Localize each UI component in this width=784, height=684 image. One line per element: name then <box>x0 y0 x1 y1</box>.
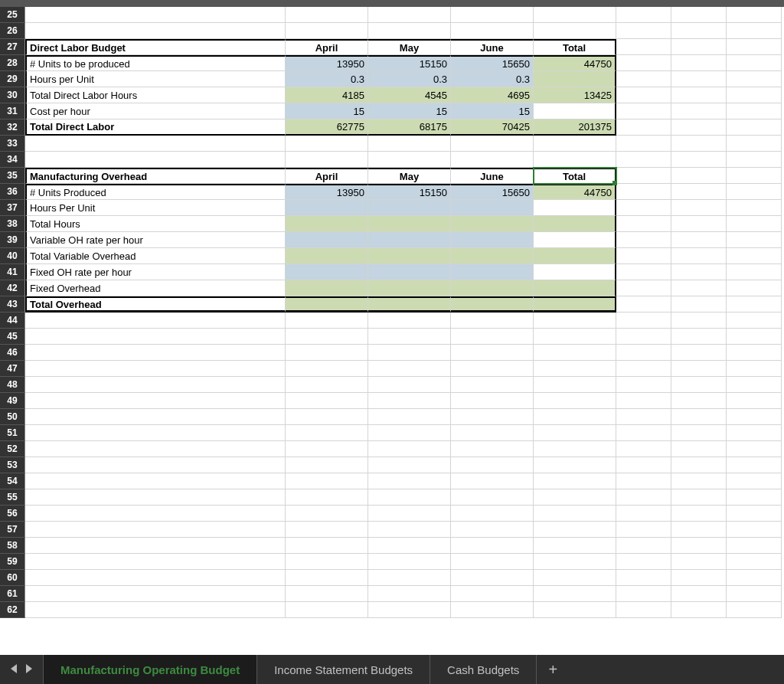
cell-46-2[interactable] <box>368 345 451 361</box>
moh-units-jun[interactable]: 15650 <box>451 184 534 200</box>
cell-29-x2[interactable] <box>727 71 782 87</box>
cell-44-3[interactable] <box>451 313 534 329</box>
cell-37-x1[interactable] <box>671 200 727 216</box>
cell-31-x2[interactable] <box>727 103 782 119</box>
row-header-52[interactable]: 52 <box>0 441 25 457</box>
moh-th-jun[interactable] <box>451 216 534 232</box>
cell-28-x2[interactable] <box>727 55 782 71</box>
cell-53-0[interactable] <box>25 457 286 473</box>
cell-52-5[interactable] <box>616 441 671 457</box>
cell-33-7[interactable] <box>727 136 782 152</box>
cell-62-6[interactable] <box>671 602 727 618</box>
dlb-hpu-total[interactable] <box>534 71 616 87</box>
cell-55-3[interactable] <box>451 489 534 506</box>
cell-36-x0[interactable] <box>616 184 671 200</box>
cell-50-5[interactable] <box>616 409 671 425</box>
moh-to-apr[interactable] <box>286 296 368 313</box>
cell-35-x0[interactable] <box>616 168 671 184</box>
row-header-27[interactable]: 27 <box>0 39 25 55</box>
cell-60-7[interactable] <box>727 570 782 586</box>
cell-50-1[interactable] <box>286 409 368 425</box>
cell-46-5[interactable] <box>616 345 671 361</box>
cell-62-5[interactable] <box>616 602 671 618</box>
moh-to-label[interactable]: Total Overhead <box>25 296 286 313</box>
cell-52-2[interactable] <box>368 441 451 457</box>
cell-48-0[interactable] <box>25 377 286 393</box>
col-april-2[interactable]: April <box>286 168 368 184</box>
cell-44-7[interactable] <box>727 313 782 329</box>
cell-51-7[interactable] <box>727 425 782 441</box>
cell-48-2[interactable] <box>368 377 451 393</box>
moh-fo-may[interactable] <box>368 280 451 296</box>
moh-fo-label[interactable]: Fixed Overhead <box>25 280 286 296</box>
dlb-tdl-may[interactable]: 68175 <box>368 119 451 136</box>
cell-54-1[interactable] <box>286 473 368 489</box>
cell-48-4[interactable] <box>534 377 616 393</box>
cell-33-3[interactable] <box>451 136 534 152</box>
cell-50-4[interactable] <box>534 409 616 425</box>
moh-foh-label[interactable]: Fixed OH rate per hour <box>25 264 286 280</box>
cell-45-2[interactable] <box>368 329 451 345</box>
cell-30-x0[interactable] <box>616 87 671 103</box>
dlb-hpu-jun[interactable]: 0.3 <box>451 71 534 87</box>
cell-42-x0[interactable] <box>616 280 671 296</box>
cell-26-3[interactable] <box>451 23 534 39</box>
cell-53-4[interactable] <box>534 457 616 473</box>
row-header-38[interactable]: 38 <box>0 216 25 232</box>
cell-34-3[interactable] <box>451 152 534 168</box>
cell-62-1[interactable] <box>286 602 368 618</box>
moh-th-total[interactable] <box>534 216 616 232</box>
cell-33-4[interactable] <box>534 136 616 152</box>
cell-40-x0[interactable] <box>616 248 671 264</box>
cell-58-4[interactable] <box>534 538 616 554</box>
moh-voh-total[interactable] <box>534 232 616 248</box>
row-header-58[interactable]: 58 <box>0 538 25 554</box>
cell-35-x1[interactable] <box>671 168 727 184</box>
cell-59-6[interactable] <box>671 554 727 570</box>
cell-25-6[interactable] <box>671 7 727 23</box>
cell-51-2[interactable] <box>368 425 451 441</box>
row-header-36[interactable]: 36 <box>0 184 25 200</box>
cell-53-7[interactable] <box>727 457 782 473</box>
cell-27-x1[interactable] <box>671 39 727 55</box>
cell-51-6[interactable] <box>671 425 727 441</box>
cell-30-x1[interactable] <box>671 87 727 103</box>
cell-49-2[interactable] <box>368 393 451 409</box>
cell-44-4[interactable] <box>534 313 616 329</box>
cell-44-1[interactable] <box>286 313 368 329</box>
cell-45-5[interactable] <box>616 329 671 345</box>
moh-hpu-total[interactable] <box>534 200 616 216</box>
cell-31-x0[interactable] <box>616 103 671 119</box>
tab-manufacturing-operating-budget[interactable]: Manufacturing Operating Budget <box>44 655 257 684</box>
moh-units-apr[interactable]: 13950 <box>286 184 368 200</box>
cell-49-1[interactable] <box>286 393 368 409</box>
moh-foh-jun[interactable] <box>451 264 534 280</box>
cell-55-0[interactable] <box>25 489 286 506</box>
dlb-cph-apr[interactable]: 15 <box>286 103 368 119</box>
cell-41-x0[interactable] <box>616 264 671 280</box>
cell-54-4[interactable] <box>534 473 616 489</box>
moh-to-total[interactable] <box>534 296 616 313</box>
cell-62-4[interactable] <box>534 602 616 618</box>
row-header-49[interactable]: 49 <box>0 393 25 409</box>
cell-55-2[interactable] <box>368 489 451 506</box>
row-header-54[interactable]: 54 <box>0 473 25 489</box>
cell-38-x1[interactable] <box>671 216 727 232</box>
dlb-cph-label[interactable]: Cost per hour <box>25 103 286 119</box>
cell-39-x0[interactable] <box>616 232 671 248</box>
cell-53-2[interactable] <box>368 457 451 473</box>
cell-26-7[interactable] <box>727 23 782 39</box>
cell-57-4[interactable] <box>534 522 616 538</box>
row-header-53[interactable]: 53 <box>0 457 25 473</box>
dlb-hpu-apr[interactable]: 0.3 <box>286 71 368 87</box>
cell-57-5[interactable] <box>616 522 671 538</box>
row-header-32[interactable]: 32 <box>0 119 25 136</box>
cell-35-x2[interactable] <box>727 168 782 184</box>
row-header-45[interactable]: 45 <box>0 329 25 345</box>
dlb-units-may[interactable]: 15150 <box>368 55 451 71</box>
cell-28-x1[interactable] <box>671 55 727 71</box>
moh-hpu-label[interactable]: Hours Per Unit <box>25 200 286 216</box>
dlb-tdl-jun[interactable]: 70425 <box>451 119 534 136</box>
cell-39-x2[interactable] <box>727 232 782 248</box>
cell-52-6[interactable] <box>671 441 727 457</box>
